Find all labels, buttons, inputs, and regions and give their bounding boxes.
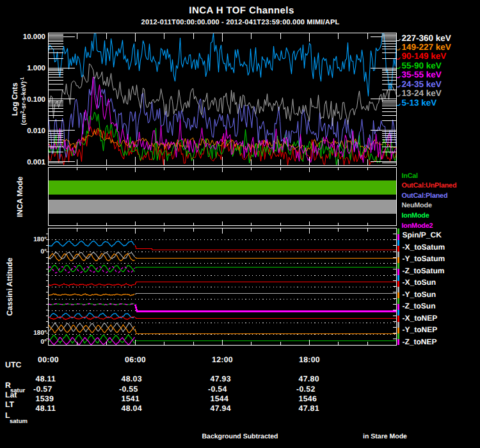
svg-text:-Y_toNEP: -Y_toNEP: [403, 325, 438, 334]
svg-text:13-24 keV: 13-24 keV: [402, 88, 442, 98]
svg-text:in Stare Mode: in Stare Mode: [363, 433, 407, 440]
svg-text:1546: 1546: [299, 394, 317, 403]
svg-text:Background Subtracted: Background Subtracted: [202, 433, 278, 440]
svg-text:UTC: UTC: [5, 360, 21, 369]
svg-text:-0.55: -0.55: [119, 385, 138, 394]
svg-text:-Y_toSun: -Y_toSun: [403, 290, 436, 299]
svg-text:INCA H TOF Channels: INCA H TOF Channels: [189, 5, 294, 16]
svg-text:IonMode: IonMode: [402, 212, 429, 220]
svg-text:1541: 1541: [122, 394, 140, 403]
svg-text:Cassini Attitude: Cassini Attitude: [5, 257, 14, 316]
svg-text:Spin/P_CK: Spin/P_CK: [403, 230, 442, 239]
svg-text:10.000: 10.000: [23, 33, 45, 41]
svg-text:1544: 1544: [211, 394, 229, 403]
svg-text:48.11: 48.11: [36, 374, 56, 383]
svg-text:LT: LT: [5, 400, 15, 409]
svg-text:00:00: 00:00: [38, 355, 59, 364]
svg-text:55-90 keV: 55-90 keV: [402, 61, 442, 70]
svg-text:180°: 180°: [33, 330, 47, 337]
svg-text:180°: 180°: [33, 236, 47, 243]
svg-text:Lat: Lat: [5, 390, 17, 399]
svg-text:0.100: 0.100: [27, 96, 45, 104]
svg-text:-Y_toSatum: -Y_toSatum: [403, 254, 445, 263]
svg-text:06:00: 06:00: [125, 355, 146, 364]
svg-text:INCA Mode: INCA Mode: [15, 176, 24, 217]
svg-text:47.93: 47.93: [211, 374, 231, 383]
svg-text:-0.57: -0.57: [33, 385, 52, 394]
svg-text:-Z_toSun: -Z_toSun: [403, 301, 436, 310]
svg-text:-X_toSun: -X_toSun: [403, 278, 436, 287]
svg-text:47.94: 47.94: [211, 404, 231, 413]
svg-text:227-360 keV: 227-360 keV: [402, 33, 451, 43]
svg-text:48.04: 48.04: [122, 404, 142, 413]
svg-text:-Z_toSatum: -Z_toSatum: [403, 266, 445, 275]
svg-text:-X_toSatum: -X_toSatum: [403, 243, 445, 252]
svg-text:0°: 0°: [40, 248, 47, 255]
svg-text:48.11: 48.11: [36, 404, 56, 413]
svg-text:-X_toNEP: -X_toNEP: [403, 314, 438, 323]
svg-text:1539: 1539: [36, 394, 54, 403]
svg-text:satum: satum: [10, 418, 28, 425]
svg-text:IonMode2: IonMode2: [402, 222, 433, 230]
svg-text:12:00: 12:00: [212, 355, 233, 364]
svg-text:OutCal:Planed: OutCal:Planed: [402, 192, 448, 200]
svg-text:0°: 0°: [40, 339, 47, 346]
svg-text:5-13 keV: 5-13 keV: [402, 98, 437, 108]
svg-text:(cm2-sr-s-keV)-1: (cm2-sr-s-keV)-1: [19, 77, 28, 125]
svg-text:2012-011T00:00:00.000 - 2012-0: 2012-011T00:00:00.000 - 2012-041T23:59:0…: [141, 19, 340, 26]
svg-text:47.81: 47.81: [299, 404, 319, 413]
svg-text:24-35 keV: 24-35 keV: [402, 79, 442, 89]
svg-text:0.001: 0.001: [27, 159, 45, 166]
svg-text:-Z_toNEP: -Z_toNEP: [403, 337, 437, 346]
svg-text:149-227 keV: 149-227 keV: [402, 42, 451, 52]
svg-text:OutCal:UnPlaned: OutCal:UnPlaned: [402, 182, 457, 189]
svg-text:Log Cnts: Log Cnts: [10, 83, 19, 116]
svg-text:35-55 keV: 35-55 keV: [402, 70, 442, 79]
svg-text:0.010: 0.010: [27, 127, 45, 135]
svg-text:-0.54: -0.54: [208, 385, 227, 394]
svg-text:1.000: 1.000: [27, 65, 45, 72]
svg-text:47.80: 47.80: [299, 374, 319, 383]
svg-text:90-149 keV: 90-149 keV: [402, 51, 447, 61]
svg-text:-0.52: -0.52: [296, 385, 316, 394]
svg-text:NeuMode: NeuMode: [402, 202, 432, 209]
svg-text:18:00: 18:00: [299, 355, 320, 364]
svg-text:InCal: InCal: [402, 172, 419, 180]
svg-text:48.03: 48.03: [122, 374, 142, 383]
